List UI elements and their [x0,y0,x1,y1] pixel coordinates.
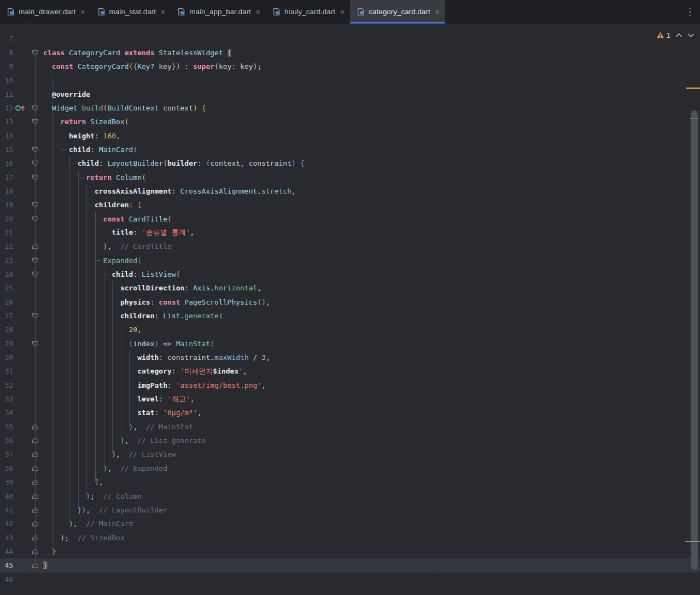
line-number[interactable]: 20 [0,215,13,223]
code-line-46[interactable]: 46 [0,572,700,586]
code-line-23[interactable]: 23 Expanded( [0,254,700,267]
line-number[interactable]: 44 [0,547,13,556]
line-number[interactable]: 29 [0,340,13,348]
code-line-42[interactable]: 42 ), // MainCard [0,517,700,530]
line-number[interactable]: 32 [0,381,13,389]
line-number[interactable]: 9 [0,62,13,71]
line-number[interactable]: 21 [0,229,13,237]
code-line-21[interactable]: 21 title: '종류별 통계', [0,226,700,240]
caret-stripe-mark[interactable] [685,541,700,542]
code-line-38[interactable]: 38 ), // Expanded [0,462,700,475]
code-line-12[interactable]: 12 Widget build(BuildContext context) { [0,101,700,115]
code-line-13[interactable]: 13 return SizedBox( [0,115,700,129]
line-number[interactable]: 41 [0,506,13,514]
code-editor[interactable]: 78 class CategoryCard extends StatelessW… [0,24,700,595]
code-line-15[interactable]: 15 child: MainCard( [0,143,700,156]
code-line-44[interactable]: 44 } [0,545,700,558]
code-line-14[interactable]: 14 height: 160, [0,129,700,142]
code-line-11[interactable]: 11 @override [0,87,700,101]
tab-main-drawer-dart[interactable]: main_drawer.dart× [0,0,91,24]
line-number[interactable]: 18 [0,187,13,195]
line-number[interactable]: 7 [0,34,13,43]
fold-end-icon[interactable] [27,243,43,250]
more-options-icon[interactable]: ⋮ [685,0,695,24]
line-number[interactable]: 45 [0,561,13,569]
fold-start-icon[interactable] [27,160,43,167]
fold-end-icon[interactable] [27,548,43,555]
fold-end-icon[interactable] [27,451,43,458]
stripe-tick[interactable] [690,118,698,119]
line-number[interactable]: 38 [0,464,13,472]
fold-start-icon[interactable] [27,49,43,56]
fold-start-icon[interactable] [27,257,43,264]
line-number[interactable]: 8 [0,49,13,57]
fold-start-icon[interactable] [27,118,43,125]
code-line-22[interactable]: 22 ), // CardTitle [0,240,700,253]
tab-close-icon[interactable]: × [435,8,440,16]
code-line-30[interactable]: 30 width: constraint.maxWidth / 3, [0,351,700,364]
fold-start-icon[interactable] [27,146,43,153]
tab-houly-card-dart[interactable]: houly_card.dart× [266,0,350,24]
fold-end-icon[interactable] [27,493,43,500]
code-line-29[interactable]: 29 (index) => MainStat( [0,337,700,351]
code-line-16[interactable]: 16 child: LayoutBuilder(builder: (contex… [0,156,700,170]
inspection-widget[interactable]: 1 [656,31,695,39]
line-number[interactable]: 26 [0,298,13,306]
fold-start-icon[interactable] [27,312,43,319]
line-number[interactable]: 42 [0,520,13,528]
tab-main-stat-dart[interactable]: main_stat.dart× [91,0,171,24]
code-line-43[interactable]: 43 ); // SizedBox [0,530,700,544]
line-number[interactable]: 10 [0,76,13,84]
line-number[interactable]: 39 [0,478,13,486]
code-line-34[interactable]: 34 stat: '0µg/m³', [0,406,700,419]
line-number[interactable]: 35 [0,423,13,431]
tab-category-card-dart[interactable]: category_card.dart× [350,0,445,24]
code-line-9[interactable]: 9 const CategoryCard({Key? key}) : super… [0,60,700,73]
tab-close-icon[interactable]: × [80,8,85,16]
overriding-method-icon[interactable] [13,103,27,113]
line-number[interactable]: 17 [0,173,13,182]
line-number[interactable]: 16 [0,159,13,167]
fold-start-icon[interactable] [27,174,43,181]
fold-start-icon[interactable] [27,340,43,347]
code-line-40[interactable]: 40 ); // Column [0,489,700,503]
fold-end-icon[interactable] [27,562,43,569]
code-line-18[interactable]: 18 crossAxisAlignment: CrossAxisAlignmen… [0,184,700,198]
line-number[interactable]: 46 [0,575,13,584]
line-number[interactable]: 33 [0,395,13,403]
fold-end-icon[interactable] [27,506,43,514]
line-number[interactable]: 11 [0,90,13,98]
tab-close-icon[interactable]: × [256,8,260,16]
fold-end-icon[interactable] [27,465,43,472]
line-number[interactable]: 14 [0,132,13,140]
code-line-31[interactable]: 31 category: '미세먼지$index', [0,364,700,378]
code-line-26[interactable]: 26 physics: const PageScrollPhysics(), [0,295,700,309]
code-line-25[interactable]: 25 scrollDirection: Axis.horizontal, [0,281,700,295]
code-line-17[interactable]: 17 return Column( [0,170,700,184]
tab-close-icon[interactable]: × [161,8,165,16]
line-number[interactable]: 19 [0,201,13,209]
warning-stripe-mark[interactable] [686,88,700,89]
fold-end-icon[interactable] [27,534,43,541]
line-number[interactable]: 27 [0,312,13,320]
code-line-7[interactable]: 7 [0,32,700,45]
scrollbar-thumb[interactable] [691,110,698,570]
next-problem-icon[interactable] [687,33,695,38]
line-number[interactable]: 37 [0,450,13,458]
code-line-45[interactable]: 45 } [0,558,700,572]
code-line-28[interactable]: 28 20, [0,323,700,336]
line-number[interactable]: 28 [0,325,13,334]
line-number[interactable]: 23 [0,256,13,265]
line-number[interactable]: 40 [0,492,13,500]
line-number[interactable]: 31 [0,367,13,375]
line-number[interactable]: 15 [0,145,13,154]
line-number[interactable]: 36 [0,436,13,445]
line-number[interactable]: 30 [0,353,13,361]
code-line-41[interactable]: 41 }), // LayoutBuilder [0,503,700,517]
code-line-27[interactable]: 27 children: List.generate( [0,309,700,323]
previous-problem-icon[interactable] [675,33,682,38]
code-line-36[interactable]: 36 ), // List.generate [0,434,700,447]
fold-start-icon[interactable] [27,271,43,278]
fold-end-icon[interactable] [27,479,43,486]
fold-start-icon[interactable] [27,104,43,112]
